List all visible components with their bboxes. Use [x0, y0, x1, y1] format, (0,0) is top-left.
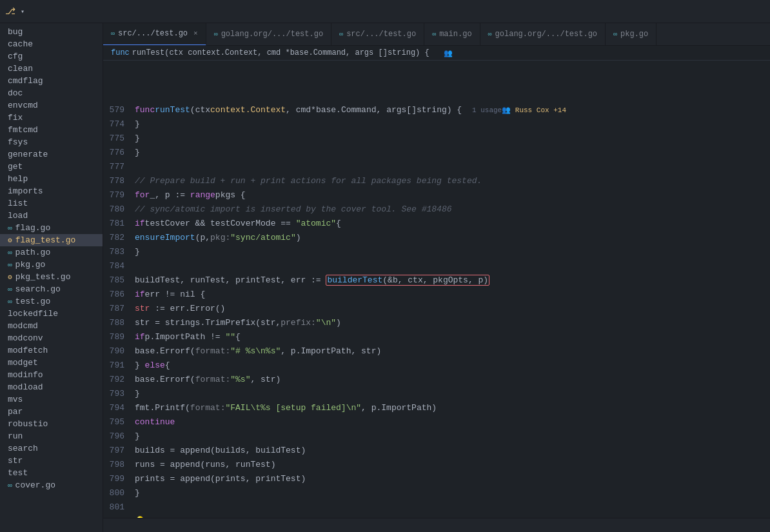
sidebar-label: modfetch	[8, 346, 48, 355]
code-line-774: 774 }	[106, 117, 770, 132]
tab-golang-test-go-1[interactable]: ∞golang.org/.../test.go	[206, 23, 331, 46]
sidebar-item-pkg_test.go[interactable]: ⚙pkg_test.go	[0, 271, 103, 283]
sidebar-label: robustio	[8, 419, 48, 429]
tab-label: golang.org/.../test.go	[221, 30, 323, 39]
go-icon: ∞	[8, 249, 12, 257]
chevron-down-icon: ▾	[21, 8, 25, 15]
sidebar-item-mvs[interactable]: mvs	[0, 393, 103, 406]
code-line-777: 777	[106, 160, 770, 174]
sidebar-label: doc	[8, 88, 23, 98]
sidebar-item-clean[interactable]: clean	[0, 63, 103, 75]
tab-golang-test-go-2[interactable]: ∞golang.org/.../test.go	[480, 23, 606, 46]
sidebar-item-search[interactable]: search	[0, 442, 103, 455]
sidebar-item-search.go[interactable]: ∞search.go	[0, 283, 103, 295]
sidebar-label: modload	[8, 382, 43, 392]
code-line-791: 791 } else {	[106, 359, 770, 373]
sidebar-item-modconv[interactable]: modconv	[0, 332, 103, 344]
sidebar-item-list[interactable]: list	[0, 197, 103, 210]
sidebar-label: test	[8, 468, 28, 478]
go-icon: ∞	[8, 298, 12, 306]
sidebar-item-modget[interactable]: modget	[0, 357, 103, 369]
sidebar-label: cmdflag	[8, 76, 43, 86]
tab-main-go[interactable]: ∞main.go	[424, 23, 480, 46]
tab-close-button[interactable]: ×	[193, 30, 198, 37]
sidebar-item-test[interactable]: test	[0, 467, 103, 479]
sidebar-label: envcmd	[8, 101, 38, 110]
sidebar-item-cache[interactable]: cache	[0, 38, 103, 50]
tab-icon: ∞	[432, 31, 436, 38]
sidebar-item-robustio[interactable]: robustio	[0, 418, 103, 430]
sidebar-label: bug	[8, 27, 23, 37]
go-icon: ∞	[8, 286, 12, 293]
sidebar-label: modcmd	[8, 321, 38, 331]
sidebar-item-flag_test.go[interactable]: ⚙flag_test.go	[0, 234, 103, 246]
tab-src-test-go-2[interactable]: ∞src/.../test.go	[331, 23, 424, 46]
tab-label: src/.../test.go	[118, 29, 188, 38]
code-line-784: 784	[106, 259, 770, 273]
sidebar-item-fsys[interactable]: fsys	[0, 136, 103, 148]
sidebar-item-cover.go[interactable]: ∞cover.go	[0, 479, 103, 491]
sidebar-label: pkg_test.go	[15, 272, 71, 282]
sidebar-item-load[interactable]: load	[0, 210, 103, 222]
code-line-780: 780 // sync/atomic import is inserted by…	[106, 202, 770, 217]
sidebar-item-lockedfile[interactable]: lockedfile	[0, 308, 103, 320]
sidebar-item-flag.go[interactable]: ∞flag.go	[0, 222, 103, 234]
tab-bar: ∞src/.../test.go×∞golang.org/.../test.go…	[103, 23, 770, 46]
sidebar-item-par[interactable]: par	[0, 406, 103, 418]
code-line-801: 801	[106, 500, 770, 515]
sidebar-label: modinfo	[8, 370, 43, 380]
sidebar-label: lockedfile	[8, 309, 58, 319]
code-line-792: 792 base.Errorf( format: "%s", str)	[106, 373, 770, 387]
sidebar-label: cache	[8, 39, 33, 49]
code-line-789: 789 if p.ImportPath != "" {	[106, 330, 770, 344]
tab-label: pkg.go	[620, 30, 648, 39]
code-line-796: 796 }	[106, 429, 770, 444]
sidebar-item-modcmd[interactable]: modcmd	[0, 320, 103, 332]
sidebar-label: list	[8, 199, 28, 208]
code-line-794: 794 fmt.Printf( format: "FAIL\t%s [setup…	[106, 401, 770, 415]
sidebar-item-fmtcmd[interactable]: fmtcmd	[0, 124, 103, 136]
sidebar-item-cmdflag[interactable]: cmdflag	[0, 75, 103, 87]
sidebar-label: mvs	[8, 395, 23, 404]
sidebar-item-str[interactable]: str	[0, 455, 103, 467]
sidebar-item-pkg.go[interactable]: ∞pkg.go	[0, 259, 103, 271]
tab-src-test-go-1[interactable]: ∞src/.../test.go×	[103, 23, 206, 46]
main-layout: bugcachecfgcleancmdflagdocenvcmdfixfmtcm…	[0, 23, 770, 532]
sidebar-label: modget	[8, 358, 38, 368]
sidebar-item-imports[interactable]: imports	[0, 185, 103, 197]
sidebar-item-get[interactable]: get	[0, 161, 103, 173]
sidebar-item-generate[interactable]: generate	[0, 148, 103, 161]
sidebar-item-modfetch[interactable]: modfetch	[0, 344, 103, 357]
sidebar-item-path.go[interactable]: ∞path.go	[0, 246, 103, 259]
tab-icon: ∞	[214, 31, 218, 38]
tab-icon: ∞	[613, 31, 617, 38]
code-line-797: 797 builds = append(builds, buildTest)	[106, 444, 770, 458]
code-line-800: 800 }	[106, 486, 770, 500]
sidebar-label: run	[8, 431, 23, 441]
tab-icon: ∞	[339, 31, 343, 38]
right-panel: ∞src/.../test.go×∞golang.org/.../test.go…	[103, 23, 770, 532]
sidebar-item-run[interactable]: run	[0, 430, 103, 442]
breadcrumb: func runTest(ctx context.Context, cmd *b…	[103, 46, 770, 61]
sidebar-item-envcmd[interactable]: envcmd	[0, 99, 103, 112]
sidebar-item-help[interactable]: help	[0, 173, 103, 185]
author-badge: 👥	[444, 49, 453, 57]
sidebar-item-modinfo[interactable]: modinfo	[0, 369, 103, 381]
sidebar-item-cfg[interactable]: cfg	[0, 50, 103, 63]
editor[interactable]: 579 func runTest(ctx context.Context, cm…	[103, 61, 770, 518]
sidebar-item-fix[interactable]: fix	[0, 112, 103, 124]
sidebar-label: imports	[8, 186, 43, 196]
code-line-788: 788 str = strings.TrimPrefix(str, prefix…	[106, 316, 770, 330]
sidebar-label: search.go	[15, 284, 61, 294]
tab-label: src/.../test.go	[346, 30, 416, 39]
code-line-779: 779 for _, p := range pkgs {	[106, 188, 770, 202]
sidebar-item-modload[interactable]: modload	[0, 381, 103, 393]
branch-label[interactable]: ⎇ ▾	[5, 6, 25, 17]
sidebar-item-doc[interactable]: doc	[0, 87, 103, 99]
code-line-776: 776 }	[106, 146, 770, 160]
tab-pkg-go[interactable]: ∞pkg.go	[606, 23, 656, 46]
sidebar-item-test.go[interactable]: ∞test.go	[0, 295, 103, 308]
sidebar-label: path.go	[15, 248, 51, 257]
breadcrumb-text: runTest(ctx context.Context, cmd *base.C…	[132, 48, 429, 57]
sidebar-item-bug[interactable]: bug	[0, 26, 103, 38]
